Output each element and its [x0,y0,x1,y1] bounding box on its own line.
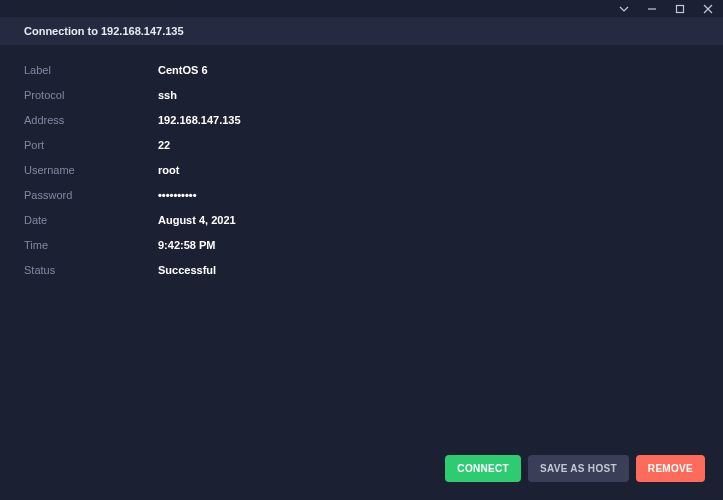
field-value: 9:42:58 PM [158,239,215,251]
field-label: Protocol [24,89,158,101]
field-label: Password [24,189,158,201]
field-label: Status [24,264,158,276]
save-as-host-button[interactable]: SAVE AS HOST [528,455,629,482]
header-title: Connection to 192.168.147.135 [24,25,184,37]
field-value: August 4, 2021 [158,214,236,226]
footer: CONNECT SAVE AS HOST REMOVE [445,455,705,482]
field-label: Address [24,114,158,126]
field-label: Date [24,214,158,226]
field-value: ssh [158,89,177,101]
row-protocol: Protocol ssh [24,82,699,107]
field-value: 192.168.147.135 [158,114,241,126]
field-label: Port [24,139,158,151]
titlebar [0,0,723,17]
row-username: Username root [24,157,699,182]
window-controls [617,2,715,16]
field-value: root [158,164,179,176]
row-address: Address 192.168.147.135 [24,107,699,132]
field-value: 22 [158,139,170,151]
field-label: Username [24,164,158,176]
row-time: Time 9:42:58 PM [24,232,699,257]
field-value: Successful [158,264,216,276]
minimize-icon[interactable] [645,2,659,16]
maximize-icon[interactable] [673,2,687,16]
row-label: Label CentOS 6 [24,57,699,82]
dropdown-icon[interactable] [617,2,631,16]
field-value: •••••••••• [158,189,197,201]
content: Label CentOS 6 Protocol ssh Address 192.… [0,45,723,294]
field-value: CentOS 6 [158,64,208,76]
row-port: Port 22 [24,132,699,157]
field-label: Label [24,64,158,76]
close-icon[interactable] [701,2,715,16]
svg-rect-1 [677,5,684,12]
row-status: Status Successful [24,257,699,282]
header: Connection to 192.168.147.135 [0,17,723,45]
connect-button[interactable]: CONNECT [445,455,521,482]
field-label: Time [24,239,158,251]
row-password: Password •••••••••• [24,182,699,207]
remove-button[interactable]: REMOVE [636,455,705,482]
row-date: Date August 4, 2021 [24,207,699,232]
